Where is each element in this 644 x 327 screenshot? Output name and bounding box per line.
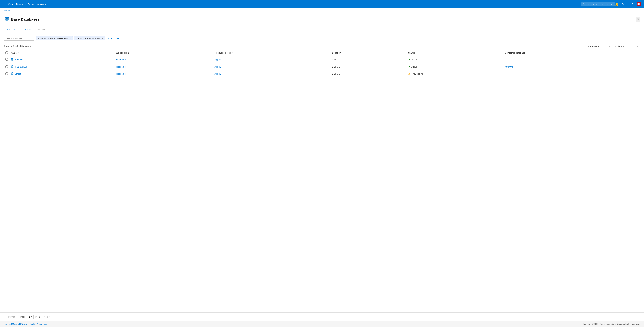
- plus-icon: ＋: [6, 28, 8, 31]
- row-resource-group-cell: App42: [213, 70, 331, 77]
- table-container: Name ↑↓ Subscription ↑↓ Resource group: [0, 50, 644, 313]
- db-icon: [11, 72, 14, 75]
- col-location[interactable]: Location ↑↓: [331, 50, 407, 56]
- container-db-link[interactable]: Auto07b: [505, 65, 513, 68]
- close-button[interactable]: ×: [636, 16, 640, 22]
- row-checkbox-2[interactable]: [5, 72, 8, 75]
- row-resource-group-cell: App42: [213, 63, 331, 70]
- col-status-label: Status: [408, 52, 415, 54]
- row-container-db-cell: Auto07b: [504, 63, 640, 70]
- resource-group-link[interactable]: App42: [215, 58, 221, 61]
- create-button[interactable]: ＋ Create: [4, 27, 18, 32]
- status-text: Provisioning: [412, 72, 424, 75]
- db-name-link[interactable]: uxtest: [15, 72, 21, 75]
- row-status-cell: ✔Active: [407, 56, 504, 63]
- add-filter-button[interactable]: ⊕ Add filter: [106, 36, 120, 40]
- page-icon: [4, 16, 10, 23]
- row-checkbox-cell: [4, 70, 10, 77]
- subscription-filter-value: odsademo: [57, 37, 68, 39]
- delete-icon: 🗑: [38, 28, 40, 31]
- grouping-select[interactable]: No grouping: [585, 44, 612, 48]
- subscription-filter-remove-icon[interactable]: ✕: [69, 37, 71, 39]
- active-status-icon: ✔: [408, 65, 410, 68]
- row-checkbox-0[interactable]: [5, 58, 8, 61]
- col-status-sort-icon: ↑↓: [416, 52, 417, 54]
- feedback-icon[interactable]: ⚑: [631, 2, 634, 6]
- resource-group-link[interactable]: App42: [215, 72, 221, 75]
- topbar-icons: 🔔 ⚙ ? ⚑ RO: [615, 2, 641, 6]
- col-name[interactable]: Name ↑↓: [10, 50, 114, 56]
- subscription-link[interactable]: odsademo: [116, 65, 126, 68]
- hamburger-menu-icon[interactable]: ☰: [3, 2, 5, 6]
- delete-button[interactable]: 🗑 Delete: [36, 27, 50, 32]
- global-search-input[interactable]: [582, 2, 615, 6]
- cookie-link[interactable]: Cookie Preferences: [30, 323, 47, 325]
- resource-group-link[interactable]: App42: [215, 65, 221, 68]
- subscription-link[interactable]: odsademo: [116, 72, 126, 75]
- previous-button[interactable]: < Previous: [4, 315, 19, 319]
- total-pages: 1: [39, 316, 40, 318]
- view-options: No grouping ≡ List view: [585, 44, 640, 48]
- row-location-cell: East US: [331, 63, 407, 70]
- subscription-filter-tag[interactable]: Subscription equals odsademo ✕: [36, 36, 73, 40]
- status-text: Active: [412, 58, 417, 61]
- settings-icon[interactable]: ⚙: [621, 2, 624, 6]
- row-checkbox-1[interactable]: [5, 65, 8, 68]
- table-row: PDBauto07bodsademoApp42East US✔ActiveAut…: [4, 63, 640, 70]
- status-text: Active: [412, 65, 417, 68]
- breadcrumb-home[interactable]: Home: [4, 9, 10, 12]
- location-filter-remove-icon[interactable]: ✕: [102, 37, 103, 39]
- col-status[interactable]: Status ↑↓: [407, 50, 504, 56]
- db-name-link[interactable]: Auto07b: [15, 58, 23, 61]
- row-container-db-cell: -: [504, 56, 640, 63]
- next-button[interactable]: Next >: [42, 315, 52, 319]
- row-subscription-cell: odsademo: [114, 63, 213, 70]
- col-subscription-label: Subscription: [116, 52, 129, 54]
- col-resource-group-label: Resource group: [215, 52, 232, 54]
- refresh-icon: ↻: [22, 28, 24, 31]
- db-name-link[interactable]: PDBauto07b: [15, 65, 28, 68]
- col-location-sort-icon: ↑↓: [342, 52, 344, 54]
- records-row: Showing 1 to 3 of 3 records. No grouping…: [0, 42, 644, 50]
- row-location-cell: East US: [331, 70, 407, 77]
- svg-point-4: [11, 72, 14, 73]
- col-resource-group-sort-icon: ↑↓: [232, 52, 234, 54]
- refresh-button[interactable]: ↻ Refresh: [20, 27, 34, 32]
- row-subscription-cell: odsademo: [114, 56, 213, 63]
- terms-link[interactable]: Terms of Use and Privacy: [4, 323, 27, 325]
- toolbar: ＋ Create ↻ Refresh 🗑 Delete: [0, 25, 644, 34]
- col-resource-group[interactable]: Resource group ↑↓: [213, 50, 331, 56]
- view-mode-select[interactable]: ≡ List view: [613, 44, 640, 48]
- topbar: ☰ Oracle Database Service for Azure 🔔 ⚙ …: [0, 0, 644, 8]
- delete-label: Delete: [41, 28, 48, 31]
- refresh-label: Refresh: [24, 28, 32, 31]
- help-icon[interactable]: ?: [627, 2, 628, 5]
- location-filter-tag[interactable]: Location equals East US ✕: [74, 36, 105, 40]
- table-row: Auto07bodsademoApp42East US✔Active-: [4, 56, 640, 63]
- row-resource-group-cell: App42: [213, 56, 331, 63]
- subscription-link[interactable]: odsademo: [116, 58, 126, 61]
- svg-point-2: [11, 58, 14, 59]
- footer: Terms of Use and Privacy Cookie Preferen…: [0, 321, 644, 327]
- row-status-cell: ⚠Provisioning: [407, 70, 504, 77]
- breadcrumb-separator: ›: [11, 9, 12, 12]
- avatar[interactable]: RO: [636, 2, 641, 6]
- row-container-db-cell: -: [504, 70, 640, 77]
- col-subscription[interactable]: Subscription ↑↓: [114, 50, 213, 56]
- select-all-header[interactable]: [4, 50, 10, 56]
- records-info: Showing 1 to 3 of 3 records.: [4, 45, 585, 47]
- select-all-checkbox[interactable]: [5, 51, 8, 54]
- col-container-db-sort-icon: ↑↓: [526, 52, 528, 54]
- db-icon: [11, 65, 14, 68]
- location-filter-value: East US: [92, 37, 100, 39]
- page-select[interactable]: 1: [27, 315, 34, 319]
- notifications-icon[interactable]: 🔔: [615, 2, 618, 6]
- col-subscription-sort-icon: ↑↓: [130, 52, 131, 54]
- filter-input[interactable]: [4, 36, 34, 40]
- of-label: of: [35, 316, 37, 318]
- breadcrumb: Home ›: [0, 8, 644, 13]
- page-title: Base Databases: [11, 17, 636, 22]
- db-icon: [11, 58, 14, 61]
- page-label: Page: [20, 316, 26, 318]
- col-container-db[interactable]: Container database ↑↓: [504, 50, 640, 56]
